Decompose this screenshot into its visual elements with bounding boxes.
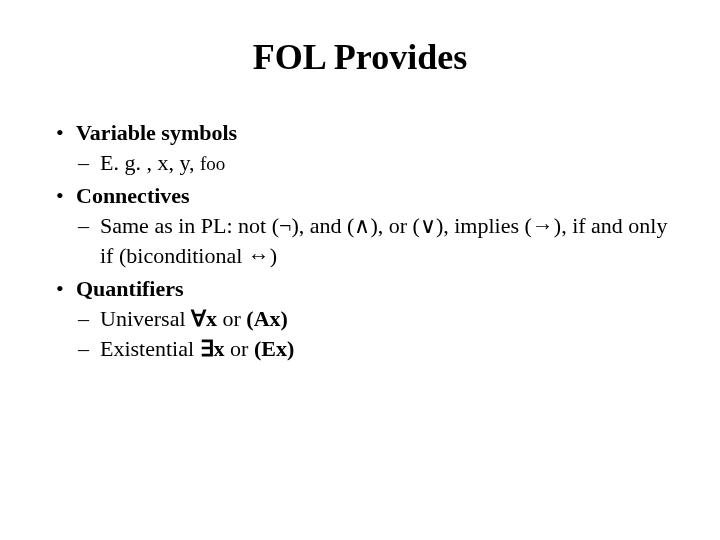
bullet-quantifiers: Quantifiers Universal ∀x or (Ax) Existen… (50, 274, 670, 363)
sub-text: Existential (100, 336, 200, 361)
bullet-list: Variable symbols E. g. , x, y, foo Conne… (50, 118, 670, 364)
sub-text-foo: foo (200, 153, 225, 174)
sub-text: Same as in PL: not ( (100, 213, 279, 238)
iff-symbol: ↔ (248, 243, 270, 268)
sub-list: Same as in PL: not (¬), and (∧), or (∨),… (76, 211, 670, 270)
sub-text: ) (270, 243, 277, 268)
slide: FOL Provides Variable symbols E. g. , x,… (0, 0, 720, 540)
sub-item-example: E. g. , x, y, foo (76, 148, 670, 178)
sub-text: ), and ( (291, 213, 354, 238)
not-symbol: ¬ (279, 213, 291, 238)
sub-text-bold: x (206, 306, 217, 331)
bullet-variable-symbols: Variable symbols E. g. , x, y, foo (50, 118, 670, 177)
implies-symbol: → (532, 213, 554, 238)
sub-text: E. g. , x, y, (100, 150, 200, 175)
sub-item-connectives: Same as in PL: not (¬), and (∧), or (∨),… (76, 211, 670, 270)
exists-symbol: ∃ (200, 336, 214, 361)
sub-item-existential: Existential ∃x or (Ex) (76, 334, 670, 364)
bullet-connectives: Connectives Same as in PL: not (¬), and … (50, 181, 670, 270)
sub-text: ), or ( (370, 213, 419, 238)
sub-text: Universal (100, 306, 191, 331)
bullet-label: Connectives (76, 183, 190, 208)
sub-list: Universal ∀x or (Ax) Existential ∃x or (… (76, 304, 670, 363)
sub-list: E. g. , x, y, foo (76, 148, 670, 178)
sub-text: or (217, 306, 246, 331)
bullet-label: Variable symbols (76, 120, 237, 145)
forall-symbol: ∀ (191, 306, 206, 331)
sub-text: ), implies ( (436, 213, 532, 238)
sub-text-bold: x (214, 336, 225, 361)
sub-text-bold: (Ex) (254, 336, 294, 361)
sub-text: or (225, 336, 254, 361)
bullet-label: Quantifiers (76, 276, 184, 301)
or-symbol: ∨ (420, 213, 436, 238)
slide-title: FOL Provides (50, 36, 670, 78)
and-symbol: ∧ (354, 213, 370, 238)
sub-text-bold: (Ax) (246, 306, 288, 331)
sub-item-universal: Universal ∀x or (Ax) (76, 304, 670, 334)
